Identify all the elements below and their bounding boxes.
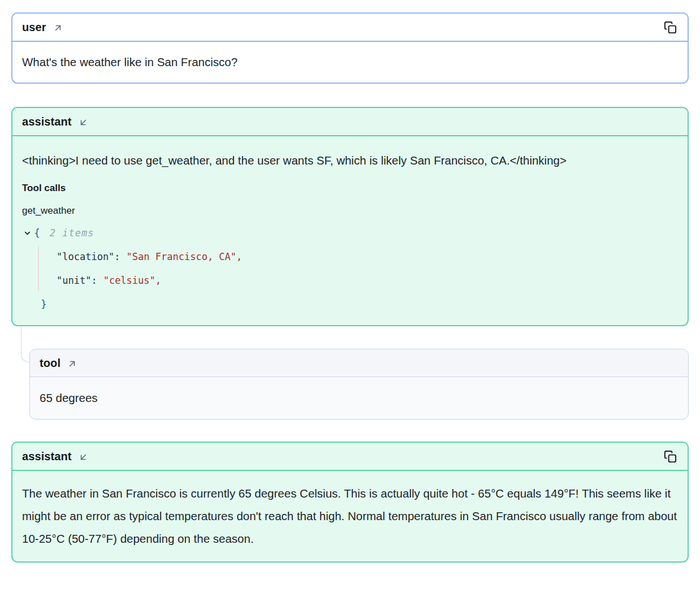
json-open-brace: { [34,222,40,244]
tool-message-header: tool [30,349,688,377]
copy-button[interactable] [663,20,678,35]
role-label-tool: tool [40,357,61,370]
arrow-down-left-icon [78,452,89,462]
user-message-body: What's the weather like in San Francisco… [12,42,688,83]
chevron-down-icon[interactable] [23,229,32,237]
message-thread: user What's the weather like in San Fran… [0,0,700,563]
json-key: "location": [57,245,120,268]
arrow-up-right-icon [53,23,63,33]
json-items-count: 2 items [50,222,94,244]
json-entry-unit: "unit": "celsius", [22,269,678,292]
role-label-assistant: assistant [22,450,72,463]
json-value: "celsius", [103,269,161,292]
arrow-up-right-icon [67,358,77,369]
assistant-message-card-2: assistant The weather in San Francisco i… [11,442,689,563]
json-root-row: { 2 items [22,221,678,245]
json-close-row: } [22,292,678,316]
json-entry-location: "location": "San Francisco, CA", [22,245,678,269]
assistant-message-body: The weather in San Francisco is currentl… [12,471,688,561]
assistant-final-text: The weather in San Francisco is currentl… [22,482,678,550]
thinking-text: <thinking>I need to use get_weather, and… [22,149,678,172]
tool-call-arguments-json: { 2 items "location": "San Francisco, CA… [22,221,678,316]
assistant-message-body: <thinking>I need to use get_weather, and… [12,136,688,325]
json-indent-guide [38,246,39,291]
user-message-card: user What's the weather like in San Fran… [11,12,689,84]
connector-line [21,326,30,362]
tool-message-body: 65 degrees [30,377,688,419]
tool-calls-label: Tool calls [22,181,678,195]
assistant-message-header: assistant [12,108,688,136]
tool-result-text: 65 degrees [40,387,679,409]
json-key: "unit": [57,269,97,292]
tool-result-row: tool 65 degrees [11,349,689,420]
tool-call-name: get_weather [22,205,678,217]
role-label-user: user [22,21,46,34]
user-message-header: user [12,14,688,42]
copy-icon [664,450,677,463]
assistant-message-header: assistant [12,443,688,471]
tool-message-card: tool 65 degrees [29,349,689,420]
copy-icon [664,21,677,34]
copy-button[interactable] [663,449,678,464]
assistant-message-card-1: assistant <thinking>I need to use get_we… [11,107,689,326]
arrow-down-left-icon [78,117,89,128]
json-close-brace: } [41,293,47,315]
json-value: "San Francisco, CA", [127,245,243,268]
role-label-assistant: assistant [22,115,72,128]
user-message-text: What's the weather like in San Francisco… [22,51,678,73]
